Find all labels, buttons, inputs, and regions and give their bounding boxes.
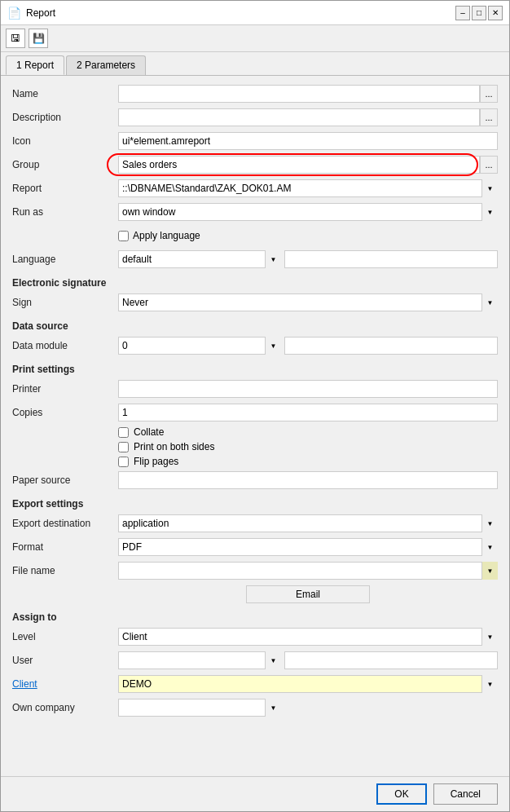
apply-language-label: Apply language: [133, 230, 200, 241]
collate-label: Collate: [134, 426, 164, 438]
close-button[interactable]: ✕: [488, 6, 503, 20]
description-label: Description: [12, 112, 118, 123]
file-name-row: File name ▼: [12, 561, 498, 580]
printer-input[interactable]: [118, 380, 498, 398]
flip-pages-row: Flip pages: [118, 456, 498, 467]
printer-label: Printer: [12, 383, 118, 395]
title-bar: 📄 Report – □ ✕: [1, 1, 509, 25]
icon-input[interactable]: [118, 132, 498, 150]
description-dots-button[interactable]: ...: [480, 108, 498, 126]
copies-row: Copies: [12, 403, 498, 422]
report-label: Report: [12, 183, 118, 194]
apply-language-row: Apply language: [12, 226, 498, 245]
group-row: Group ...: [12, 155, 498, 174]
tab-parameters[interactable]: 2 Parameters: [66, 55, 146, 75]
export-destination-row: Export destination application ▼: [12, 514, 498, 533]
collate-checkbox[interactable]: [118, 427, 129, 438]
own-company-label: Own company: [12, 702, 118, 713]
toolbar-btn2[interactable]: 💾: [29, 29, 48, 48]
window-icon: 📄: [7, 7, 21, 20]
name-row: Name ...: [12, 84, 498, 104]
client-select[interactable]: DEMO: [118, 675, 498, 693]
run-as-select[interactable]: own window: [118, 203, 498, 221]
client-label[interactable]: Client: [12, 678, 118, 690]
level-label: Level: [12, 631, 118, 642]
assign-to-section: Assign to: [12, 611, 498, 623]
print-both-sides-checkbox[interactable]: [118, 442, 129, 452]
run-as-row: Run as own window ▼: [12, 202, 498, 222]
user-select[interactable]: [118, 651, 281, 669]
run-as-label: Run as: [12, 206, 118, 218]
description-input[interactable]: [118, 108, 480, 126]
user-label: User: [12, 655, 118, 666]
group-dots-button[interactable]: ...: [480, 156, 498, 174]
icon-label: Icon: [12, 135, 118, 147]
data-module-label: Data module: [12, 340, 118, 351]
export-destination-select[interactable]: application: [118, 514, 498, 532]
minimize-button[interactable]: –: [455, 6, 470, 20]
toolbar: 🖫 💾: [1, 25, 509, 52]
data-module-row: Data module 0 ▼: [12, 336, 498, 355]
format-label: Format: [12, 541, 118, 553]
file-name-input[interactable]: [118, 562, 498, 580]
language-extra-input[interactable]: [284, 250, 498, 268]
copies-input[interactable]: [118, 404, 498, 421]
maximize-button[interactable]: □: [472, 6, 486, 20]
language-select[interactable]: default: [118, 250, 281, 268]
form-content: Name ... Description ... Icon: [1, 76, 509, 776]
print-settings-section: Print settings: [12, 364, 498, 375]
toolbar-btn1[interactable]: 🖫: [6, 29, 25, 48]
report-row: Report ::\DBNAME\Standard\ZAK_DOK01.AM ▼: [12, 179, 498, 198]
name-input[interactable]: [118, 85, 480, 103]
group-input[interactable]: [118, 156, 480, 174]
icon-row: Icon: [12, 131, 498, 151]
format-select[interactable]: PDF: [118, 538, 498, 556]
apply-language-checkbox[interactable]: [118, 231, 129, 241]
paper-source-label: Paper source: [12, 474, 118, 486]
data-module-select[interactable]: 0: [118, 337, 281, 355]
user-row: User ▼: [12, 651, 498, 670]
client-row: Client DEMO ▼: [12, 674, 498, 694]
copies-label: Copies: [12, 407, 118, 418]
email-button-row: Email: [118, 585, 498, 603]
language-label: Language: [12, 254, 118, 265]
cancel-button[interactable]: Cancel: [433, 783, 498, 805]
export-destination-label: Export destination: [12, 518, 118, 529]
tabs-bar: 1 Report 2 Parameters: [1, 52, 509, 76]
file-name-label: File name: [12, 565, 118, 576]
level-row: Level Client ▼: [12, 627, 498, 647]
own-company-row: Own company ▼: [12, 698, 498, 717]
email-button[interactable]: Email: [246, 585, 370, 603]
name-label: Name: [12, 88, 118, 99]
window-title: Report: [26, 7, 55, 19]
tab-report[interactable]: 1 Report: [6, 55, 64, 75]
electronic-signature-section: Electronic signature: [12, 277, 498, 289]
window: 📄 Report – □ ✕ 🖫 💾 1 Report 2 Parameters…: [0, 0, 510, 812]
description-row: Description ...: [12, 108, 498, 127]
name-dots-button[interactable]: ...: [480, 85, 498, 103]
export-settings-section: Export settings: [12, 498, 498, 510]
report-select[interactable]: ::\DBNAME\Standard\ZAK_DOK01.AM: [118, 179, 498, 197]
print-both-sides-label: Print on both sides: [134, 441, 214, 452]
sign-select[interactable]: Never: [118, 293, 498, 311]
collate-row: Collate: [118, 426, 498, 438]
paper-source-input[interactable]: [118, 471, 498, 489]
sign-label: Sign: [12, 297, 118, 308]
footer: OK Cancel: [1, 776, 509, 811]
data-source-section: Data source: [12, 320, 498, 332]
own-company-select[interactable]: [118, 699, 281, 717]
data-module-extra-input[interactable]: [284, 337, 498, 355]
group-label: Group: [12, 159, 118, 170]
toolbar-icon2: 💾: [33, 33, 45, 44]
paper-source-row: Paper source: [12, 470, 498, 490]
printer-row: Printer: [12, 379, 498, 399]
user-extra-input[interactable]: [284, 651, 498, 669]
flip-pages-label: Flip pages: [134, 456, 178, 467]
flip-pages-checkbox[interactable]: [118, 457, 129, 467]
format-row: Format PDF ▼: [12, 537, 498, 557]
sign-row: Sign Never ▼: [12, 293, 498, 312]
print-both-sides-row: Print on both sides: [118, 441, 498, 452]
toolbar-icon1: 🖫: [11, 33, 20, 44]
level-select[interactable]: Client: [118, 628, 498, 646]
ok-button[interactable]: OK: [376, 783, 426, 805]
